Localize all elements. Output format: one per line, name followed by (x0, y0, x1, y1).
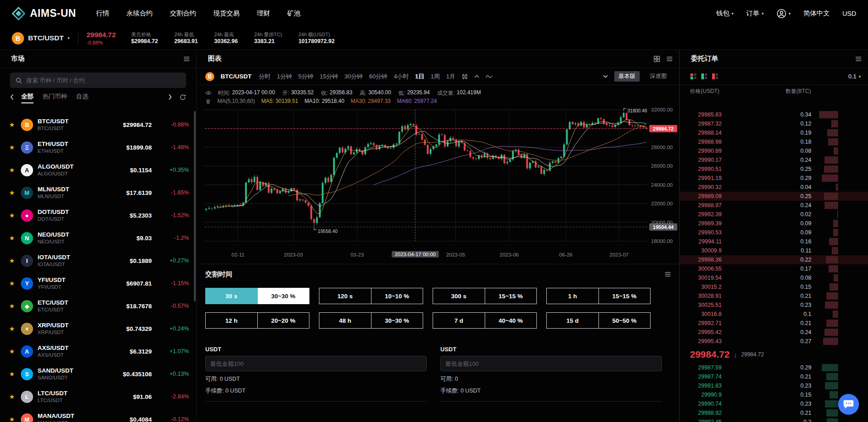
orderbook-ask-row[interactable]: 29985.830.34 (680, 110, 868, 119)
market-coin-row[interactable]: ★×XRP/USDTXRP/USDT$0.74329+0.24% (0, 317, 196, 340)
favorite-star-icon[interactable]: ★ (9, 416, 16, 422)
favorite-star-icon[interactable]: ★ (9, 325, 16, 332)
orderbook-ask-row[interactable]: 30016.80.1 (680, 310, 868, 319)
delivery-percent-button[interactable]: 10~10 % (371, 288, 424, 304)
market-coin-row[interactable]: ★ŁLTC/USDTLTC/USDT$91.06-2.84% (0, 385, 196, 408)
favorite-star-icon[interactable]: ★ (9, 166, 16, 174)
tabs-scroll-right[interactable] (168, 94, 172, 100)
favorite-star-icon[interactable]: ★ (9, 393, 16, 400)
timeframe-1[interactable]: 1分钟 (277, 73, 292, 81)
panel-menu-button[interactable] (855, 56, 862, 62)
nav-item-5[interactable]: 矿池 (287, 9, 300, 18)
market-tab-0[interactable]: 全部 (21, 91, 34, 103)
favorite-star-icon[interactable]: ★ (9, 302, 16, 310)
nav-item-0[interactable]: 行情 (96, 9, 109, 18)
orderbook-ask-row[interactable]: 29989.090.25 (680, 192, 868, 201)
market-coin-row[interactable]: ★IIOTA/USDTIOTA/USDT$0.1889+0.27% (0, 249, 196, 272)
wallet-menu[interactable]: 钱包 ▾ (716, 9, 734, 18)
market-tab-1[interactable]: 热门币种 (43, 91, 67, 103)
favorite-star-icon[interactable]: ★ (9, 348, 16, 355)
orderbook-ask-row[interactable]: 29992.390.02 (680, 210, 868, 219)
favorite-star-icon[interactable]: ★ (9, 212, 16, 219)
orderbook-bid-row[interactable]: 29987.590.29 (680, 363, 868, 372)
favorite-star-icon[interactable]: ★ (9, 189, 16, 196)
customer-service-button[interactable] (838, 394, 859, 415)
layout-button[interactable] (654, 56, 660, 62)
orderbook-ask-row[interactable]: 29995.420.24 (680, 328, 868, 337)
view-book-both-button[interactable] (690, 73, 697, 80)
favorite-star-icon[interactable]: ★ (9, 370, 16, 378)
search-input[interactable] (26, 77, 181, 84)
delivery-percent-button[interactable]: 30~30 % (371, 312, 424, 329)
market-coin-row[interactable]: ★●DOT/USDTDOT/USDT$5.2303-1.52% (0, 204, 196, 227)
chart-tab[interactable]: 图表 (208, 54, 222, 63)
candle-style-button[interactable] (462, 73, 468, 80)
line-style-button[interactable] (486, 74, 493, 79)
currency-select[interactable]: USD (842, 10, 856, 17)
view-book-asks-button[interactable] (712, 73, 719, 80)
logo[interactable]: AIMS-UN (12, 7, 76, 20)
favorite-star-icon[interactable]: ★ (9, 144, 16, 151)
toggle-visibility-button[interactable] (205, 90, 212, 96)
market-coin-row[interactable]: ★ΞETH/USDTETH/USDT$1899.08-1.48% (0, 136, 196, 159)
orderbook-ask-row[interactable]: 30006.550.17 (680, 264, 868, 273)
market-tab-2[interactable]: 自选 (76, 91, 88, 103)
delivery-percent-button[interactable]: 15~15 % (599, 288, 651, 304)
candlestick-chart[interactable]: 19504.4429984.7232000.0028000.0026000.00… (197, 106, 679, 251)
remove-indicator-button[interactable] (205, 98, 211, 104)
orderbook-bid-row[interactable]: 29987.740.21 (680, 372, 868, 381)
market-coin-row[interactable]: ★MMANA/USDTMANA/USDT$0.4084-0.12% (0, 408, 196, 422)
orderbook-ask-row[interactable]: 29990.320.04 (680, 183, 868, 192)
orderbook-ask-row[interactable]: 29990.170.24 (680, 155, 868, 165)
market-coin-row[interactable]: ★NNEO/USDTNEO/USDT$9.03-1.2% (0, 227, 196, 249)
tabs-scroll-left[interactable] (10, 94, 14, 100)
delivery-time-button[interactable]: 48 h (319, 312, 371, 329)
precision-select[interactable]: 0.1 ▾ (848, 73, 861, 80)
panel-menu-button[interactable] (665, 272, 671, 277)
orderbook-ask-row[interactable]: 29994.110.16 (680, 237, 868, 246)
amount-input[interactable] (205, 356, 427, 371)
timeframe-2[interactable]: 5分钟 (298, 73, 313, 81)
orderbook-ask-row[interactable]: 29988.980.18 (680, 137, 868, 146)
market-coin-row[interactable]: ★AAXS/USDTAXS/USDT$6.3129+1.07% (0, 340, 196, 363)
timeframe-7[interactable]: 1日 (415, 73, 424, 81)
orderbook-ask-row[interactable]: 29989.390.09 (680, 219, 868, 228)
scrollbar[interactable] (194, 111, 196, 301)
profile-menu[interactable]: ▾ (776, 9, 791, 19)
panel-menu-button[interactable] (183, 56, 190, 62)
orders-menu[interactable]: 订单 ▾ (746, 9, 764, 18)
favorite-star-icon[interactable]: ★ (9, 121, 16, 128)
orderbook-ask-row[interactable]: 29992.710.21 (680, 319, 868, 328)
market-coin-row[interactable]: ★MMLN/USDTMLN/USDT$17.6139-1.65% (0, 181, 196, 204)
delivery-time-button[interactable]: 300 s (433, 288, 485, 304)
nav-item-1[interactable]: 永续合约 (126, 9, 153, 18)
delivery-time-button[interactable]: 12 h (205, 312, 258, 329)
timeframe-9[interactable]: 1月 (446, 73, 455, 81)
timeframe-8[interactable]: 1周 (431, 73, 440, 81)
orderbook-ask-row[interactable]: 29998.360.22 (680, 255, 868, 264)
delivery-percent-button[interactable]: 20~20 % (258, 312, 310, 329)
orderbook-ask-row[interactable]: 29988.970.24 (680, 201, 868, 210)
orderbook-bid-row[interactable]: 29991.830.23 (680, 381, 868, 390)
nav-item-4[interactable]: 理财 (257, 9, 270, 18)
orderbook-ask-row[interactable]: 30028.910.21 (680, 291, 868, 301)
amount-input[interactable] (440, 356, 662, 371)
orderbook-ask-row[interactable]: 29988.140.19 (680, 128, 868, 137)
favorite-star-icon[interactable]: ★ (9, 257, 16, 264)
delivery-percent-button[interactable]: 15~15 % (485, 288, 537, 304)
timeframe-3[interactable]: 15分钟 (320, 73, 338, 81)
tab-depth-chart[interactable]: 深度图 (646, 71, 671, 82)
nav-item-3[interactable]: 现货交易 (213, 9, 240, 18)
orderbook-ask-row[interactable]: 30015.20.15 (680, 282, 868, 291)
orderbook-ask-row[interactable]: 29995.430.27 (680, 337, 868, 346)
orderbook-ask-row[interactable]: 30009.90.11 (680, 246, 868, 255)
favorite-star-icon[interactable]: ★ (9, 234, 16, 242)
timeframe-5[interactable]: 60分钟 (369, 73, 387, 81)
market-coin-row[interactable]: ★BBTC/USDTBTC/USDT$29984.72-0.88% (0, 113, 196, 136)
timeframe-0[interactable]: 分时 (259, 73, 270, 81)
market-coin-row[interactable]: ★◆ETC/USDTETC/USDT$18.7678-0.57% (0, 295, 196, 317)
delivery-time-button[interactable]: 1 h (546, 288, 599, 304)
orderbook-ask-row[interactable]: 29991.190.29 (680, 174, 868, 183)
orderbook-ask-row[interactable]: 29990.510.25 (680, 165, 868, 174)
delivery-time-button[interactable]: 15 d (546, 312, 599, 329)
